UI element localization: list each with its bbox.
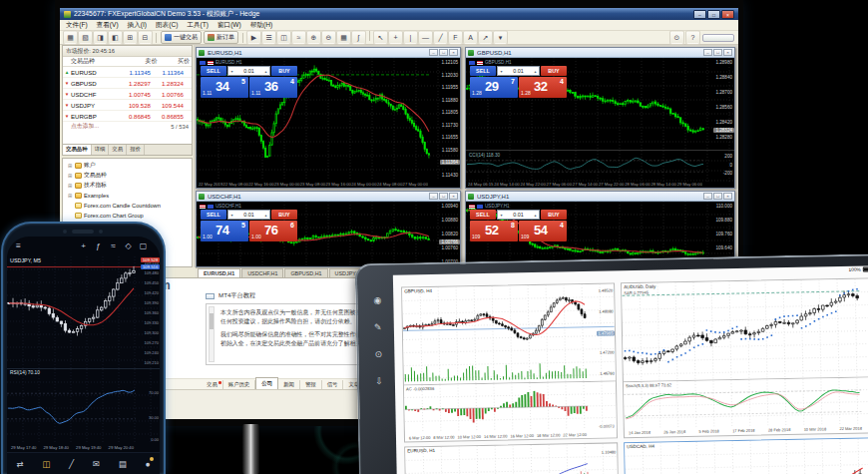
arrow-icon[interactable]: ↗ <box>479 31 492 44</box>
candles-icon[interactable]: ◫ <box>277 31 290 44</box>
shapes-icon[interactable]: ▾ <box>494 31 507 44</box>
market-watch-tab-2[interactable]: 交易 <box>109 145 127 155</box>
navigator-item[interactable]: ⊞交易品种 <box>63 171 192 181</box>
navigator-item[interactable]: ⊞Examples <box>63 191 192 201</box>
navigator-icon[interactable]: ⊞ <box>124 31 137 44</box>
terminal-tab-4[interactable]: 警报 <box>300 380 322 389</box>
minimize-icon[interactable]: – <box>703 193 712 200</box>
market-watch-row[interactable]: ▼GBPUSD1.282971.28324 <box>63 78 192 89</box>
data-window-icon[interactable]: ◧ <box>109 31 122 44</box>
volume-down-icon[interactable]: ▾ <box>498 213 505 218</box>
menu-item-5[interactable]: 窗口(W) <box>217 21 241 30</box>
buy-button[interactable]: BUY <box>541 210 567 220</box>
chart-window-gbpusd[interactable]: GBPUSD,H1 –□× 1.289801.288401.287001.285… <box>465 47 735 189</box>
buy-button[interactable]: BUY <box>541 66 567 76</box>
navigator-item[interactable]: Forex.com Candle Countdown <box>63 201 192 211</box>
tile-windows-icon[interactable]: ▦ <box>337 31 350 44</box>
chart-window-eurusd[interactable]: EURUSD,H1 –□× 1.121051.120301.119551.118… <box>196 47 461 189</box>
tablet-chart-eurusd[interactable]: EURUSD, H1 1.104801.103201.10160 <box>404 442 620 474</box>
sell-button[interactable]: SELL <box>470 66 496 76</box>
buy-button[interactable]: BUY <box>271 66 297 76</box>
tablet-chart-usdcad[interactable]: USDCAD, H4 1.454201.449801.44540 <box>624 437 868 474</box>
eurusd-h1-chart[interactable] <box>405 443 619 474</box>
sell-button[interactable]: SELL <box>201 210 226 220</box>
new-chart-icon[interactable]: ▦ <box>64 31 77 44</box>
volume-down-icon[interactable]: ▾ <box>228 213 235 218</box>
terminal-icon[interactable]: ⊟ <box>139 31 152 44</box>
volume-up-icon[interactable]: ▴ <box>262 69 269 74</box>
usdjpy-m5-chart[interactable] <box>7 256 160 368</box>
nav-trendline-icon[interactable]: ╱ <box>69 459 74 469</box>
indicators-icon[interactable]: ∫ <box>352 31 365 44</box>
text-icon[interactable]: A <box>464 31 477 44</box>
menu-item-4[interactable]: 工具(T) <box>187 21 209 30</box>
close-button[interactable]: × <box>721 10 734 19</box>
market-watch-row[interactable]: ▼USDCHF1.007451.00766 <box>63 89 192 100</box>
menu-item-0[interactable]: 文件(F) <box>66 21 88 30</box>
add-symbol-row[interactable]: 点击添加... 5 / 534 <box>63 122 192 131</box>
stochastic-chart[interactable] <box>624 377 868 428</box>
rsi-chart[interactable] <box>7 369 160 443</box>
buy-price-button[interactable]: 1.11364 <box>249 77 297 98</box>
restore-icon[interactable]: □ <box>439 193 448 200</box>
audusd-daily-chart[interactable] <box>622 278 868 381</box>
scrollbar[interactable] <box>209 306 215 362</box>
menu-item-2[interactable]: 插入(I) <box>128 21 147 30</box>
restore-icon[interactable]: □ <box>439 49 448 56</box>
volume-stepper[interactable]: ▾0.01▴ <box>227 210 270 220</box>
volume-stepper[interactable]: ▾0.01▴ <box>497 66 540 76</box>
buy-price-button[interactable]: 109544 <box>519 221 567 241</box>
chat-icon[interactable]: ⊙ <box>374 349 382 359</box>
cci-indicator-panel[interactable] <box>466 150 734 182</box>
gbpusd-h4-chart[interactable] <box>402 283 616 384</box>
terminal-tab-2[interactable]: 公司 <box>255 377 278 389</box>
objects-icon[interactable]: ✎ <box>374 322 382 332</box>
volume-down-icon[interactable]: ▾ <box>228 69 235 74</box>
minimize-icon[interactable]: – <box>703 49 712 56</box>
volume-up-icon[interactable]: ▴ <box>262 213 269 218</box>
menu-item-1[interactable]: 查看(V) <box>97 21 119 30</box>
volume-stepper[interactable]: ▾0.01▴ <box>497 210 540 220</box>
help-icon[interactable]: ? <box>686 31 699 44</box>
buy-price-button[interactable]: 1.28324 <box>519 77 567 98</box>
bars-icon[interactable]: ☰ <box>262 31 275 44</box>
search-icon[interactable]: ⊙ <box>670 31 683 44</box>
restore-icon[interactable]: □ <box>713 193 722 200</box>
market-watch-tab-1[interactable]: 详细 <box>92 145 110 155</box>
minimize-icon[interactable]: – <box>429 193 438 200</box>
trendline-icon[interactable]: ╱ <box>434 31 447 44</box>
profile-icon[interactable]: ◉ <box>373 295 381 305</box>
ac-indicator-chart[interactable] <box>404 381 617 433</box>
auto-trading-icon[interactable]: ▶ <box>247 31 260 44</box>
nav-chat-icon[interactable]: ● <box>145 459 150 469</box>
chart-window-usdjpy[interactable]: USDJPY,H1 –□× 110.000109.880109.760109.6… <box>465 191 735 267</box>
close-icon[interactable]: × <box>449 193 458 200</box>
tablet-chart-gbpusd[interactable]: AC -0.0002836 -0.00073 6 Mar 12:008 Mar … <box>401 282 618 442</box>
one-click-trading-panel[interactable]: SELL▾0.01▴BUY1.007451.00766 <box>201 210 297 241</box>
crosshair-icon[interactable]: + <box>389 31 402 44</box>
download-icon[interactable]: ⇩ <box>375 376 383 386</box>
mail-item[interactable]: MT4平台教程 <box>206 291 255 300</box>
close-icon[interactable]: × <box>723 49 732 56</box>
chart-window-titlebar[interactable]: USDJPY,H1 –□× <box>466 192 734 202</box>
terminal-tab-0[interactable]: 交易 <box>202 380 223 389</box>
market-watch-tab-3[interactable]: 报价 <box>127 145 145 155</box>
sell-price-button[interactable]: 1.28297 <box>470 77 518 98</box>
sell-button[interactable]: SELL <box>201 66 226 76</box>
maximize-button[interactable]: □ <box>707 10 720 19</box>
new-order-button[interactable]: 新订单 <box>204 31 238 44</box>
market-watch-tab-0[interactable]: 交易品种 <box>63 145 92 155</box>
market-watch-row[interactable]: ▼EURGBP0.868450.86855 <box>63 111 192 122</box>
tablet-chart-audusd[interactable]: Stoch(5,3,3) 88.97 73.62 100.0080.0020.0… <box>621 277 868 438</box>
one-click-trading-panel[interactable]: SELL▾0.01▴BUY1.113451.11364 <box>201 66 297 98</box>
chart-window-titlebar[interactable]: USDCHF,H1 –□× <box>197 192 460 202</box>
phone-chart-area[interactable]: USDJPY, M5 109.510109.480109.450109.4201… <box>7 256 160 368</box>
fibonacci-icon[interactable]: F <box>449 31 462 44</box>
chart-window-titlebar[interactable]: GBPUSD,H1 –□× <box>466 48 734 58</box>
one-click-trading-button[interactable]: 一键交易 <box>161 31 202 44</box>
function-icon[interactable]: ƒ <box>91 241 106 250</box>
minimize-button[interactable]: – <box>693 10 706 19</box>
terminal-tab-5[interactable]: 信号 <box>322 380 344 389</box>
market-watch-icon[interactable]: ◨ <box>94 31 107 44</box>
close-icon[interactable]: × <box>723 193 732 200</box>
